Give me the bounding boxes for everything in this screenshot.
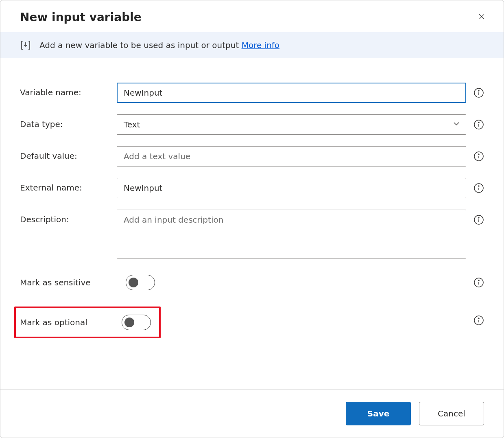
select-data-type-button[interactable]: Text xyxy=(117,114,466,135)
svg-point-11 xyxy=(478,154,479,155)
label-mark-sensitive: Mark as sensitive xyxy=(20,278,126,287)
label-description: Description: xyxy=(20,210,117,224)
svg-point-14 xyxy=(478,186,479,186)
input-variable-icon xyxy=(20,39,31,51)
svg-point-20 xyxy=(478,280,479,281)
close-button[interactable] xyxy=(476,12,487,23)
dialog-footer: Save Cancel xyxy=(0,389,504,438)
row-mark-sensitive: Mark as sensitive xyxy=(20,270,484,295)
row-data-type: Data type: Text xyxy=(20,114,484,135)
info-icon-description[interactable] xyxy=(473,215,484,225)
toggle-mark-optional[interactable] xyxy=(122,315,151,330)
row-external-name: External name: xyxy=(20,178,484,198)
info-banner-text: Add a new variable to be used as input o… xyxy=(39,40,279,50)
row-variable-name: Variable name: xyxy=(20,83,484,103)
info-icon-data-type[interactable] xyxy=(473,119,484,130)
label-data-type: Data type: xyxy=(20,114,117,129)
save-button[interactable]: Save xyxy=(346,402,411,425)
close-icon xyxy=(478,13,486,22)
svg-point-23 xyxy=(478,318,479,319)
dialog-title: New input variable xyxy=(20,11,142,24)
info-banner: Add a new variable to be used as input o… xyxy=(0,32,504,58)
svg-point-5 xyxy=(478,90,479,91)
cancel-button[interactable]: Cancel xyxy=(419,402,484,425)
toggle-mark-sensitive[interactable] xyxy=(126,275,155,290)
input-description[interactable] xyxy=(117,210,466,258)
info-icon-variable-name[interactable] xyxy=(473,88,484,98)
info-icon-mark-optional[interactable] xyxy=(473,315,484,326)
row-default-value: Default value: xyxy=(20,146,484,166)
highlight-mark-optional: Mark as optional xyxy=(14,307,161,338)
label-variable-name: Variable name: xyxy=(20,83,117,97)
label-external-name: External name: xyxy=(20,178,117,193)
row-description: Description: xyxy=(20,210,484,258)
input-default-value[interactable] xyxy=(117,146,466,166)
dialog-header: New input variable xyxy=(0,0,504,32)
info-icon-external-name[interactable] xyxy=(473,183,484,193)
toggle-knob xyxy=(129,278,138,287)
input-variable-name[interactable] xyxy=(117,83,466,103)
row-mark-optional: Mark as optional xyxy=(20,298,484,343)
select-data-type[interactable]: Text xyxy=(117,114,466,135)
label-default-value: Default value: xyxy=(20,146,117,161)
dialog-new-input-variable: New input variable Add a new variable to… xyxy=(0,0,504,438)
svg-point-17 xyxy=(478,217,479,218)
info-icon-default-value[interactable] xyxy=(473,151,484,162)
svg-point-8 xyxy=(478,122,479,123)
input-external-name[interactable] xyxy=(117,178,466,198)
info-icon-mark-sensitive[interactable] xyxy=(473,277,484,288)
form-area: Variable name: Data type: Text xyxy=(0,58,504,389)
toggle-knob xyxy=(124,318,134,327)
label-mark-optional: Mark as optional xyxy=(20,318,122,327)
more-info-link[interactable]: More info xyxy=(242,40,279,50)
